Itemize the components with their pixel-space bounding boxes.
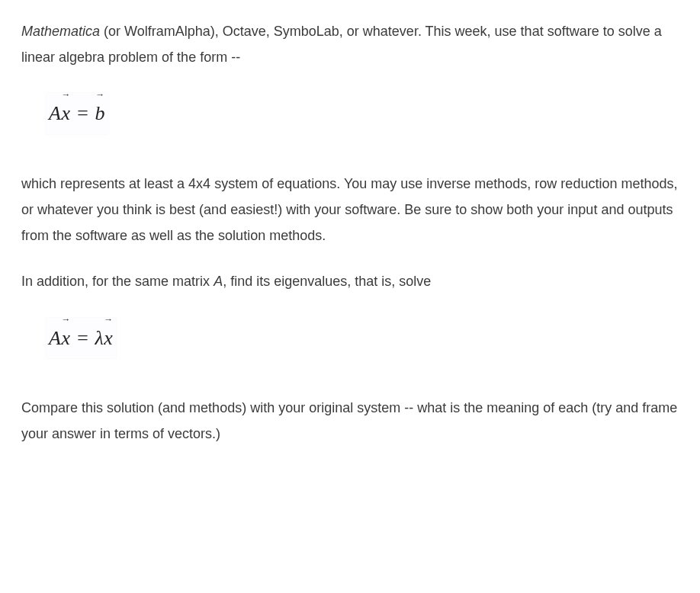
vector-x: x [104, 319, 113, 357]
vector-x: x [61, 95, 70, 132]
matrix-A-inline: A [214, 274, 223, 289]
equation-content: Ax = λx [49, 327, 113, 349]
equation-content: Ax = b [49, 102, 105, 124]
equation-ax-equals-b: Ax = b [46, 93, 679, 133]
vector-b: b [95, 95, 105, 132]
paragraph-intro: Mathematica (or WolframAlpha), Octave, S… [21, 18, 679, 70]
paragraph-system-description: which represents at least a 4x4 system o… [21, 171, 679, 249]
matrix-A: A [49, 102, 61, 124]
vector-x: x [61, 319, 70, 357]
matrix-A: A [49, 327, 61, 349]
equation-box: Ax = λx [46, 318, 116, 358]
paragraph-intro-rest: (or WolframAlpha), Octave, SymboLab, or … [21, 24, 662, 65]
equation-box: Ax = b [46, 93, 108, 133]
software-name-italic: Mathematica [21, 24, 100, 39]
equals-sign: = [70, 327, 95, 349]
paragraph-compare: Compare this solution (and methods) with… [21, 395, 679, 447]
eigen-before: In addition, for the same matrix [21, 274, 214, 289]
paragraph-eigenvalues: In addition, for the same matrix A, find… [21, 268, 679, 294]
lambda: λ [95, 327, 104, 349]
eigen-after: , find its eigenvalues, that is, solve [223, 274, 431, 289]
equation-ax-equals-lambda-x: Ax = λx [46, 318, 679, 358]
equals-sign: = [70, 102, 95, 124]
